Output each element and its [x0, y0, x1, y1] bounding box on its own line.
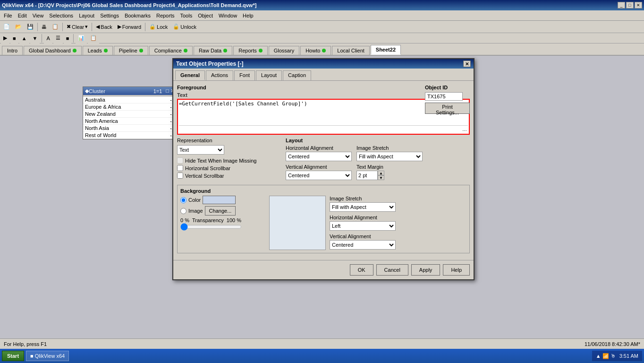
trans-right: 100 %	[227, 217, 241, 223]
minimize-btn[interactable]: _	[618, 2, 625, 9]
tab-glossary[interactable]: Glossary	[269, 46, 299, 55]
new-btn[interactable]: 📄	[1, 22, 12, 32]
lock-btn[interactable]: 🔒 Lock	[147, 22, 170, 32]
horizontal-scrollbar-checkbox[interactable]	[177, 165, 183, 171]
unlock-btn[interactable]: 🔓 Unlock	[170, 22, 199, 32]
tab-pipeline[interactable]: Pipeline	[114, 46, 148, 55]
main-canvas: ◆ Cluster 1=1 □ ✕ Australia-1 Europe & A…	[0, 56, 644, 349]
img-stretch-select[interactable]: Fill with Aspect Fill Fit	[356, 152, 423, 161]
back-btn[interactable]: ◀ Back	[93, 22, 114, 32]
help-btn[interactable]: Help	[443, 264, 470, 276]
tab-raw-data[interactable]: Raw Data	[194, 46, 232, 55]
cluster-row-4[interactable]: North Asia-1	[83, 125, 177, 132]
cluster-row-2[interactable]: New Zealand-1	[83, 111, 177, 118]
menu-edit[interactable]: Edit	[15, 12, 30, 19]
background-section: Background Color Image Change...	[177, 185, 470, 253]
copy-btn[interactable]: 📋	[50, 22, 61, 32]
toolbar-1: 📄 📂 💾 🖶 📋 ✖ Clear ▾ ◀ Back ▶ Forward 🔒 L…	[0, 21, 644, 33]
ok-btn[interactable]: OK	[350, 264, 373, 276]
tb2-btn9[interactable]: 📋	[88, 33, 99, 43]
menu-selections[interactable]: Selections	[46, 12, 76, 19]
bg-h-align-select[interactable]: Left Centered Right	[330, 221, 396, 231]
start-button[interactable]: Start	[2, 351, 24, 361]
menu-help[interactable]: Help	[240, 12, 256, 19]
cancel-btn[interactable]: Cancel	[376, 264, 408, 276]
horizontal-scrollbar-row: Horizontal Scrollbar	[177, 165, 281, 171]
sep3	[92, 23, 92, 31]
tb2-btn6[interactable]: ☰	[53, 33, 63, 43]
dialog-right-col: Layout Horizontal Alignment Centered Lef…	[286, 138, 470, 182]
bg-right: Image Stretch Fill with Aspect Fill Fit …	[330, 196, 466, 250]
tab-global-dashboard[interactable]: Global Dashboard	[24, 46, 82, 55]
apply-btn[interactable]: Apply	[411, 264, 441, 276]
menu-object[interactable]: Object	[195, 12, 216, 19]
tab-intro[interactable]: Intro	[2, 46, 23, 55]
tab-local-client[interactable]: Local Client	[332, 46, 369, 55]
change-image-btn[interactable]: Change...	[205, 206, 236, 216]
restore-btn[interactable]: □	[626, 2, 634, 9]
cluster-row-5[interactable]: Rest of World-1	[83, 132, 177, 139]
bg-color-radio[interactable]	[180, 197, 186, 203]
dialog-close-btn[interactable]: ✕	[463, 60, 471, 67]
object-id-input[interactable]	[425, 92, 463, 101]
cluster-row-3[interactable]: North America-1	[83, 118, 177, 125]
bg-color-row: Color	[180, 196, 265, 204]
menu-view[interactable]: View	[30, 12, 47, 19]
close-btn[interactable]: ✕	[635, 2, 642, 9]
clear-btn[interactable]: ✖ Clear ▾	[64, 22, 90, 32]
representation-select[interactable]: Text Image	[177, 145, 224, 155]
open-btn[interactable]: 📂	[13, 22, 24, 32]
menu-layout[interactable]: Layout	[76, 12, 97, 19]
menu-settings[interactable]: Settings	[97, 12, 122, 19]
bg-image-radio[interactable]	[180, 208, 186, 214]
tb2-btn3[interactable]: ▲	[19, 33, 29, 43]
text-object-properties-dialog: Text Object Properties [-] ✕ General Act…	[172, 58, 475, 280]
cluster-title: Cluster	[89, 88, 105, 94]
spin-down[interactable]: ▼	[378, 175, 384, 180]
menu-window[interactable]: Window	[216, 12, 240, 19]
dialog-tab-caption[interactable]: Caption	[283, 70, 311, 80]
bg-img-stretch-select[interactable]: Fill with Aspect Fill Fit	[330, 202, 396, 212]
print-settings-btn[interactable]: Print Settings...	[425, 103, 470, 114]
expand-icon[interactable]: …	[462, 127, 467, 132]
dialog-tab-general[interactable]: General	[175, 70, 205, 80]
color-swatch[interactable]	[203, 196, 236, 204]
v-align-label: Vertical Alignment	[286, 164, 327, 170]
tb2-btn7[interactable]: ■	[64, 33, 72, 43]
tb2-btn2[interactable]: ■	[10, 33, 18, 43]
dialog-tab-font[interactable]: Font	[234, 70, 255, 80]
tray-icons: ▲ 📶 🖰	[596, 353, 616, 359]
tb2-btn8[interactable]: 📊	[76, 33, 87, 43]
forward-btn[interactable]: ▶ Forward	[115, 22, 144, 32]
vertical-scrollbar-checkbox[interactable]	[177, 173, 183, 179]
tab-sheet22[interactable]: Sheet22	[371, 45, 401, 55]
tab-howto[interactable]: Howto	[300, 46, 331, 55]
spin-up[interactable]: ▲	[378, 171, 384, 175]
v-align-select[interactable]: Centered Top Bottom	[286, 171, 352, 180]
h-align-select[interactable]: Centered Left Right	[286, 152, 352, 161]
taskbar-qlikview[interactable]: ■ QlikView x64	[26, 351, 69, 361]
menu-tools[interactable]: Tools	[177, 12, 195, 19]
tab-compliance[interactable]: Compliance	[149, 46, 193, 55]
save-btn[interactable]: 💾	[25, 22, 36, 32]
cluster-row-1[interactable]: Europe & Africa-1	[83, 104, 177, 111]
menu-file[interactable]: File	[1, 12, 15, 19]
hide-text-checkbox[interactable]	[177, 157, 183, 164]
help-text: For Help, press F1	[4, 341, 47, 347]
tb2-btn1[interactable]: ▶	[1, 33, 9, 43]
tab-leads[interactable]: Leads	[83, 46, 113, 55]
cluster-row-0[interactable]: Australia-1	[83, 96, 177, 104]
tb2-btn4[interactable]: ▼	[30, 33, 40, 43]
tab-reports[interactable]: Reports	[233, 46, 268, 55]
tb2-btn5[interactable]: A	[44, 33, 52, 43]
menu-reports[interactable]: Reports	[153, 12, 178, 19]
transparency-slider[interactable]	[180, 223, 242, 231]
trans-left: 0 %	[180, 217, 189, 223]
dialog-tab-actions[interactable]: Actions	[206, 70, 233, 80]
text-margin-input[interactable]	[356, 171, 378, 180]
bg-v-align-select[interactable]: Centered Top Bottom	[330, 240, 396, 250]
menu-bookmarks[interactable]: Bookmarks	[122, 12, 153, 19]
image-preview	[269, 196, 326, 250]
print-btn[interactable]: 🖶	[39, 22, 49, 32]
dialog-tab-layout[interactable]: Layout	[256, 70, 282, 80]
